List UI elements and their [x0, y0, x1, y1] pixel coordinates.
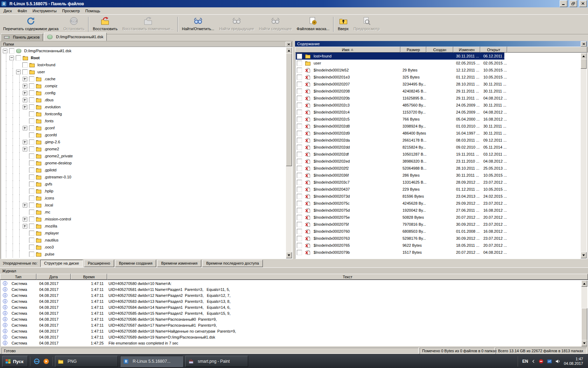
- file-checkbox[interactable]: [297, 180, 302, 185]
- log-row[interactable]: Система04.08.20171:47:11UID=405270583 dw…: [1, 298, 581, 304]
- tab-image-file[interactable]: D:/img/Распознанный1.dsk: [44, 33, 107, 41]
- expander-plus-icon[interactable]: [23, 91, 27, 95]
- file-checkbox[interactable]: [297, 61, 302, 66]
- file-row[interactable]: $InodeIndx000202d9486400 Bytes16.04.1997…: [296, 130, 581, 137]
- column-header-name[interactable]: Имя: [295, 47, 400, 53]
- file-checkbox[interactable]: [297, 229, 302, 234]
- sort-button-accessed[interactable]: Времени последнего доступа: [202, 260, 263, 267]
- file-checkbox[interactable]: [297, 54, 302, 59]
- file-row[interactable]: $InodeIndx000202dd8215824 By...09.02.201…: [296, 144, 581, 151]
- scroll-up-icon[interactable]: [581, 53, 587, 59]
- file-row[interactable]: $InodeIndx0002073d81596 Bytes23.04.2013 …: [296, 193, 581, 200]
- file-checkbox[interactable]: [297, 208, 302, 213]
- sort-button-created[interactable]: Времени создания: [115, 260, 156, 267]
- tree-node[interactable]: .gimp-2.6: [1, 138, 286, 145]
- file-checkbox[interactable]: [297, 236, 302, 241]
- tree-node[interactable]: Root: [1, 54, 286, 61]
- tree-node[interactable]: .compiz: [1, 82, 286, 89]
- toolbar-button-recover[interactable]: Восстановить: [90, 15, 120, 34]
- tree-node[interactable]: .gstreamer-0.10: [1, 173, 286, 180]
- column-header-opened[interactable]: Открыт: [480, 47, 507, 53]
- tree-node[interactable]: user: [1, 68, 286, 75]
- menu-item-view[interactable]: Просмотр: [59, 8, 83, 14]
- tree-checkbox[interactable]: [9, 48, 14, 54]
- log-row[interactable]: Система04.08.20171:47:11UID=405270589 dw…: [1, 334, 581, 340]
- file-checkbox[interactable]: [297, 187, 302, 192]
- tree-checkbox[interactable]: [16, 55, 21, 61]
- tree-checkbox[interactable]: [29, 83, 34, 89]
- menu-item-file[interactable]: Файл: [15, 8, 30, 14]
- task-button-rlinux[interactable]: RR-Linux 5.5.16807...: [120, 356, 183, 367]
- scroll-down-icon[interactable]: [286, 252, 292, 258]
- menu-item-disk[interactable]: Диск: [1, 8, 15, 14]
- file-checkbox[interactable]: [297, 96, 302, 101]
- toolbar-button-file-mask[interactable]: Файловая маска...: [294, 15, 332, 34]
- log-row[interactable]: Система04.08.20171:47:11UID=405270587 dw…: [1, 322, 581, 328]
- tree-checkbox[interactable]: [29, 139, 34, 145]
- file-row[interactable]: $InodeIndx0002075d1920042 By...27.06.201…: [296, 207, 581, 214]
- tree-checkbox[interactable]: [29, 76, 34, 82]
- expander-plus-icon[interactable]: [23, 140, 27, 144]
- toolbar-button-up[interactable]: Вверх: [335, 15, 351, 34]
- minimize-button[interactable]: [560, 0, 567, 7]
- log-row[interactable]: Система04.08.20171:47:11UID=405270586 dw…: [1, 316, 581, 322]
- file-checkbox[interactable]: [297, 159, 302, 164]
- file-row[interactable]: $InodeIndx0001fe5229 Bytes12.12.2011 ...…: [296, 67, 581, 74]
- file-list-scrollbar[interactable]: [581, 53, 587, 258]
- file-row[interactable]: $InodeIndx000202073234495 By...28.10.201…: [296, 81, 581, 88]
- expander-plus-icon[interactable]: [23, 203, 27, 207]
- file-checkbox[interactable]: [297, 117, 302, 122]
- menu-item-tools[interactable]: Инструменты: [30, 8, 59, 14]
- file-checkbox[interactable]: [297, 103, 302, 108]
- close-folders-panel-button[interactable]: [286, 42, 292, 47]
- log-row[interactable]: Система04.08.20171:47:11UID=405270584 dw…: [1, 304, 581, 310]
- tree-checkbox[interactable]: [29, 217, 34, 222]
- tree-node[interactable]: .gvfs: [1, 180, 286, 188]
- file-row[interactable]: $InodeIndx000203c713314625 B...28.09.201…: [296, 179, 581, 186]
- file-checkbox[interactable]: [297, 110, 302, 115]
- column-header-size[interactable]: Размер: [400, 47, 426, 53]
- toolbar-button-reread-disk[interactable]: Перечитать содержимое диска: [1, 15, 61, 34]
- column-header-created[interactable]: Создан: [426, 47, 453, 53]
- log-row[interactable]: Система04.08.20171:47:25File enumeration…: [1, 340, 581, 346]
- tree-node[interactable]: .gpilotd: [1, 166, 286, 173]
- tree-node[interactable]: .config: [1, 89, 286, 96]
- tree-node[interactable]: .nautilus: [1, 237, 286, 244]
- tree-node[interactable]: .pulse: [1, 251, 286, 258]
- tree-checkbox[interactable]: [29, 231, 34, 236]
- column-header-modified[interactable]: Изменен: [453, 47, 480, 53]
- start-button[interactable]: Пуск: [2, 356, 28, 367]
- file-row[interactable]: $InodeIndx0002075e50828 Bytes20.07.2012 …: [296, 214, 581, 221]
- tree-checkbox[interactable]: [29, 125, 34, 131]
- file-checkbox[interactable]: [297, 82, 302, 87]
- tree-node[interactable]: .mplayer: [1, 230, 286, 237]
- file-checkbox[interactable]: [297, 124, 302, 129]
- tray-chart-icon[interactable]: [547, 359, 552, 364]
- tree-checkbox[interactable]: [22, 62, 28, 68]
- folders-scrollbar[interactable]: [286, 47, 292, 258]
- show-hidden-icons-icon[interactable]: [532, 359, 535, 363]
- close-button[interactable]: [579, 0, 587, 7]
- file-row[interactable]: $InodeIndx000202ed38986320 B...23.11.201…: [296, 158, 581, 165]
- tree-node[interactable]: .gnome2: [1, 145, 286, 152]
- file-checkbox[interactable]: [297, 131, 302, 136]
- file-row[interactable]: $InodeIndx0002020b11625895 B...29.11.201…: [296, 95, 581, 102]
- tree-node[interactable]: .hplip: [1, 188, 286, 195]
- scroll-up-icon[interactable]: [286, 47, 292, 54]
- log-scrollbar[interactable]: [581, 280, 587, 346]
- tree-checkbox[interactable]: [29, 210, 34, 215]
- file-checkbox[interactable]: [297, 152, 302, 157]
- tree-checkbox[interactable]: [29, 90, 34, 96]
- file-row[interactable]: $InodeIndx000207606808503 By...01.01.200…: [296, 228, 581, 235]
- file-checkbox[interactable]: [297, 201, 302, 206]
- scroll-up-icon[interactable]: [581, 280, 587, 287]
- file-row[interactable]: $InodeIndx000202f252064988 B...28.10.201…: [296, 165, 581, 172]
- file-row[interactable]: $InodeIndx0002079b1517 Bytes20.07.2012 .…: [296, 249, 581, 256]
- file-checkbox[interactable]: [297, 243, 302, 248]
- tree-node[interactable]: .fontconfig: [1, 110, 286, 117]
- file-row[interactable]: $InodeIndx00020437229 Bytes01.12.2011 ..…: [296, 186, 581, 193]
- file-checkbox[interactable]: [297, 145, 302, 150]
- log-column-header-time[interactable]: Время: [71, 274, 107, 280]
- tab-disk-panel[interactable]: Панель дисков: [1, 33, 43, 41]
- scroll-thumb[interactable]: [581, 59, 587, 69]
